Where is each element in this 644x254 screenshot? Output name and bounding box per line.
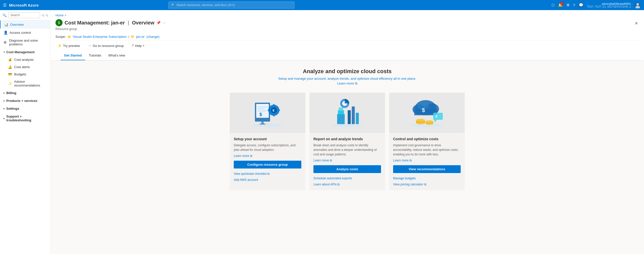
- cost-alerts-icon: 🔔: [8, 65, 12, 69]
- hamburger-icon[interactable]: ☰: [3, 3, 7, 8]
- chevron-right-icon: ▸: [4, 117, 5, 120]
- sidebar-item-diagnose[interactable]: ⚙ Diagnose and solve problems: [0, 37, 50, 48]
- card-title-control: Control and optimize costs: [393, 137, 461, 141]
- go-to-resource-group-button[interactable]: → Go to resource group: [86, 42, 126, 49]
- sidebar-item-overview[interactable]: 📊 Overview: [0, 20, 50, 29]
- tab-tutorials[interactable]: Tutorials: [85, 51, 105, 60]
- user-menu[interactable]: admin@a830edad9050... TEST_TEST_E3_SELFS…: [587, 2, 641, 8]
- card-desc-report: Break down and analyze costs to identify…: [313, 143, 381, 157]
- sidebar-item-access-control[interactable]: 👤 Access control: [0, 29, 50, 37]
- sidebar-section-settings[interactable]: ▸ Settings: [0, 105, 50, 112]
- svg-rect-41: [433, 113, 443, 120]
- help-button[interactable]: ? Help ▾: [130, 42, 147, 49]
- notification-icon[interactable]: 🔔 1: [558, 3, 563, 7]
- svg-rect-15: [273, 115, 274, 117]
- diagnose-icon: ⚙: [4, 40, 7, 44]
- budgets-icon: 💳: [8, 72, 12, 76]
- go-resource-label: Go to resource group: [93, 44, 124, 48]
- global-search[interactable]: 🔍 Search resources, services, and docs (…: [168, 2, 295, 9]
- section-label: Cost Management: [6, 50, 35, 54]
- help-icon[interactable]: ?: [573, 3, 575, 7]
- card-title-report: Report on and analyze trends: [313, 137, 381, 141]
- scope-subscription[interactable]: Visual Studio Enterprise Subscription: [73, 35, 127, 39]
- access-control-icon: 👤: [4, 31, 8, 35]
- sidebar-item-label: Cost analysis: [14, 58, 34, 62]
- page-title-row: $ Cost Management: jan-er | Overview 📌 ·…: [55, 19, 166, 26]
- sidebar-section-products-services[interactable]: ▸ Products + services: [0, 97, 50, 105]
- svg-rect-10: [259, 124, 266, 125]
- sidebar-section-billing[interactable]: ▸ Billing: [0, 89, 50, 97]
- try-preview-button[interactable]: ⚡ Try preview: [55, 42, 82, 49]
- top-navigation: ☰ Microsoft Azure 🔍 Search resources, se…: [0, 0, 644, 10]
- overview-icon: 📊: [4, 22, 8, 26]
- page-title-icon: $: [55, 19, 63, 26]
- card-body-report: Report on and analyze trends Break down …: [309, 133, 385, 190]
- scope-change[interactable]: (change): [147, 35, 159, 39]
- card-learn-more-setup[interactable]: Learn more ⧉: [234, 154, 301, 158]
- tabs-container: Get Started Tutorials What's new: [55, 51, 639, 60]
- tab-get-started[interactable]: Get Started: [61, 51, 85, 60]
- main-content: Home > $ Cost Management: jan-er | Overv…: [50, 10, 644, 254]
- arrow-right-icon: →: [88, 44, 92, 48]
- sidebar-item-cost-alerts[interactable]: 🔔 Cost alerts: [0, 63, 50, 71]
- pin-icon[interactable]: 📌: [156, 21, 161, 25]
- chevron-right-icon: ▸: [4, 107, 5, 110]
- section-label: Settings: [6, 107, 19, 110]
- sidebar-section-cost-management[interactable]: ▾ Cost Management: [0, 48, 50, 56]
- svg-point-36: [416, 119, 425, 122]
- notification-badge: 1: [560, 2, 564, 5]
- close-button[interactable]: ✕: [634, 20, 639, 27]
- settings-icon[interactable]: ⚙: [566, 3, 570, 7]
- hero-title: Analyze and optimize cloud costs: [55, 68, 639, 75]
- advisor-icon: ✨: [8, 82, 12, 86]
- svg-rect-20: [337, 114, 345, 124]
- sidebar-item-cost-analysis[interactable]: 💰 Cost analysis: [0, 56, 50, 63]
- svg-text:$: $: [435, 114, 437, 118]
- sidebar: 🔍 ◁ ◁ 📊 Overview 👤 Access control ⚙ Diag…: [0, 10, 50, 254]
- section-label: Billing: [6, 91, 16, 95]
- breadcrumb-home[interactable]: Home: [55, 14, 64, 17]
- feedback-icon[interactable]: 💬: [579, 3, 583, 7]
- tab-whats-new[interactable]: What's new: [105, 51, 129, 60]
- svg-point-0: [636, 3, 639, 6]
- card-learn-more-report[interactable]: Learn more ⧉: [313, 159, 381, 162]
- expand-icon[interactable]: ◁: [45, 13, 48, 17]
- learn-apis-link[interactable]: Learn about APIs ⧉: [313, 183, 381, 186]
- scope-resource[interactable]: jan-er: [136, 35, 144, 39]
- svg-rect-23: [348, 110, 351, 124]
- collapse-icon[interactable]: ◁: [42, 13, 44, 17]
- analyze-costs-button[interactable]: Analyze costs: [313, 165, 381, 173]
- pricing-calculator-link[interactable]: View pricing calculator ⧉: [393, 183, 461, 186]
- sidebar-item-label: Access control: [10, 31, 31, 35]
- manage-budgets-link[interactable]: Manage budgets: [393, 177, 461, 180]
- sidebar-search-input[interactable]: [8, 12, 40, 18]
- view-quickstart-link[interactable]: View quickstart checklist ⧉: [234, 172, 301, 176]
- sidebar-section-support[interactable]: ▸ Support + troubleshooting: [0, 112, 50, 124]
- card-illustration-report: [309, 93, 385, 133]
- add-aws-link[interactable]: Add AWS account: [234, 178, 301, 182]
- nav-icons: ⬡ 🔔 1 ⚙ ? 💬 admin@a830edad9050... TEST_T…: [551, 2, 641, 8]
- view-recommendations-button[interactable]: View recommendations: [393, 165, 461, 173]
- svg-text:$: $: [422, 107, 425, 113]
- ellipsis-icon[interactable]: ···: [163, 21, 166, 25]
- card-report-analyze: Report on and analyze trends Break down …: [309, 93, 385, 190]
- breadcrumb-separator: >: [65, 14, 66, 17]
- card-illustration-control: $ $: [389, 93, 465, 133]
- chevron-right-icon: ▸: [4, 99, 5, 102]
- sidebar-item-advisor-recommendations[interactable]: ✨ Advisor recommendations: [0, 78, 50, 89]
- try-preview-label: Try preview: [63, 44, 80, 48]
- schedule-exports-link[interactable]: Schedule automated exports: [313, 177, 381, 180]
- configure-resource-group-button[interactable]: Configure resource group: [234, 161, 301, 168]
- section-label: Products + services: [6, 99, 37, 103]
- sidebar-item-budgets[interactable]: 💳 Budgets: [0, 71, 50, 78]
- card-learn-more-control[interactable]: Learn more ⧉: [393, 159, 461, 162]
- sidebar-search-icon: 🔍: [3, 13, 7, 17]
- search-icon: 🔍: [171, 3, 175, 7]
- svg-rect-17: [278, 110, 280, 111]
- cloud-shell-icon[interactable]: ⬡: [551, 3, 554, 7]
- help-label: Help: [135, 44, 142, 48]
- avatar[interactable]: [634, 2, 641, 8]
- svg-point-1: [635, 6, 640, 8]
- hero-learn-more-link[interactable]: Learn more ⧉: [55, 81, 639, 86]
- page-actions: ⚡ Try preview → Go to resource group ? H…: [55, 40, 639, 51]
